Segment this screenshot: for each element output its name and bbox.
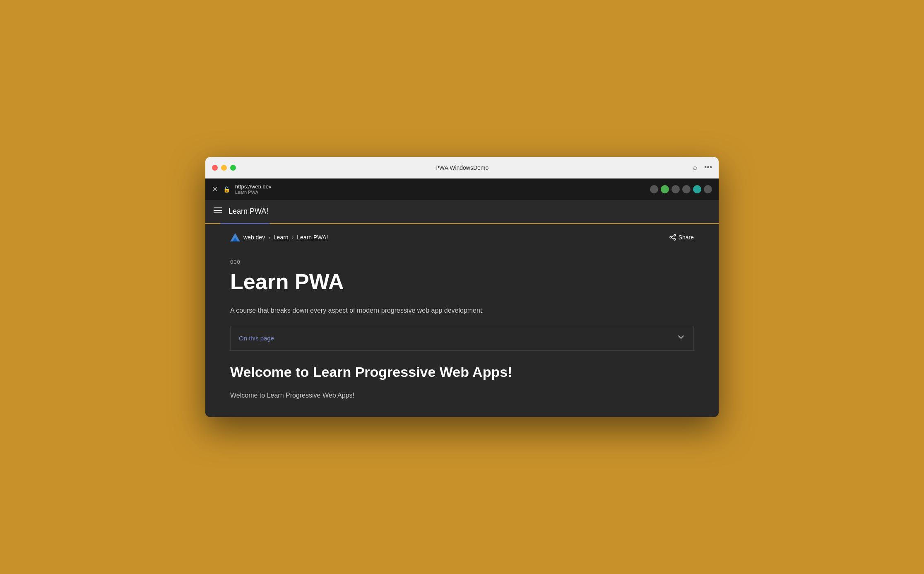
hamburger-icon[interactable]	[214, 206, 222, 217]
breadcrumb-current[interactable]: Learn PWA!	[297, 234, 328, 241]
webdev-logo[interactable]: web.dev	[230, 232, 265, 242]
svg-line-8	[671, 236, 674, 237]
ext-icon-2[interactable]	[661, 185, 669, 193]
url-text: https://web.dev	[235, 183, 271, 190]
ext-icon-3[interactable]	[671, 185, 680, 193]
course-title: Learn PWA	[230, 270, 694, 294]
main-content: web.dev › Learn › Learn PWA! Share	[205, 224, 719, 417]
svg-point-7	[674, 239, 676, 240]
page-name-text: Learn PWA	[235, 190, 271, 195]
welcome-heading: Welcome to Learn Progressive Web Apps!	[230, 364, 694, 380]
close-button[interactable]	[212, 165, 218, 171]
app-window: PWA WindowsDemo ⌕ ••• ✕ 🔒 https://web.de…	[205, 157, 719, 417]
chevron-down-icon	[677, 333, 685, 343]
window-title: PWA WindowsDemo	[436, 164, 489, 171]
more-icon[interactable]: •••	[704, 163, 712, 172]
ext-icon-5[interactable]	[693, 185, 701, 193]
addressbar-close-icon[interactable]: ✕	[212, 186, 218, 193]
svg-rect-2	[214, 212, 222, 213]
addressbar: ✕ 🔒 https://web.dev Learn PWA	[205, 178, 719, 200]
breadcrumb-sep-1: ›	[268, 234, 270, 241]
breadcrumb-site[interactable]: web.dev	[243, 234, 265, 241]
breadcrumb: web.dev › Learn › Learn PWA!	[230, 232, 328, 242]
svg-rect-0	[214, 207, 222, 208]
course-area: 000 Learn PWA A course that breaks down …	[205, 251, 719, 417]
url-display: https://web.dev Learn PWA	[235, 183, 271, 195]
bottom-divider	[230, 350, 694, 351]
share-label: Share	[679, 234, 694, 241]
course-description: A course that breaks down every aspect o…	[230, 305, 694, 316]
navbar: Learn PWA!	[205, 200, 719, 223]
nav-title: Learn PWA!	[229, 207, 268, 216]
traffic-lights	[212, 165, 236, 171]
breadcrumb-learn-link[interactable]: Learn	[274, 234, 289, 241]
share-button[interactable]: Share	[669, 234, 694, 241]
course-number: 000	[230, 259, 694, 265]
titlebar: PWA WindowsDemo ⌕ •••	[205, 157, 719, 178]
svg-rect-1	[214, 210, 222, 211]
svg-line-9	[671, 238, 674, 239]
ext-icon-1[interactable]	[650, 185, 658, 193]
lock-icon: 🔒	[223, 186, 230, 193]
svg-point-5	[674, 234, 676, 236]
extension-icons	[650, 185, 712, 193]
breadcrumb-sep-2: ›	[292, 234, 294, 241]
svg-point-6	[670, 236, 671, 238]
minimize-button[interactable]	[221, 165, 227, 171]
maximize-button[interactable]	[230, 165, 236, 171]
on-this-page-label: On this page	[239, 335, 274, 342]
breadcrumb-bar: web.dev › Learn › Learn PWA! Share	[205, 224, 719, 251]
titlebar-actions: ⌕ •••	[693, 163, 712, 172]
ext-icon-4[interactable]	[682, 185, 691, 193]
zoom-icon[interactable]: ⌕	[693, 163, 698, 172]
welcome-text: Welcome to Learn Progressive Web Apps!	[230, 390, 694, 401]
on-this-page-toggle[interactable]: On this page	[230, 326, 694, 350]
ext-icon-6[interactable]	[704, 185, 712, 193]
